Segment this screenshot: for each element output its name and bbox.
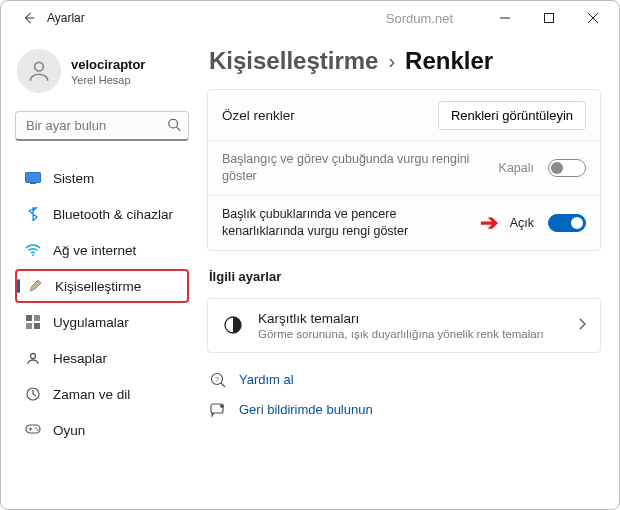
help-link-label: Yardım al [239, 372, 294, 387]
bluetooth-icon [25, 206, 41, 222]
svg-rect-4 [30, 183, 36, 184]
feedback-link-label: Geri bildirimde bulunun [239, 402, 373, 417]
sidebar-item-time-language[interactable]: Zaman ve dil [15, 377, 189, 411]
sidebar-item-personalization[interactable]: Kişiselleştirme [15, 269, 189, 303]
sidebar-item-label: Kişiselleştirme [55, 279, 141, 294]
svg-point-10 [31, 354, 36, 359]
contrast-subtitle: Görme sorununa, ışık duyarlılığına yönel… [258, 328, 564, 340]
minimize-button[interactable] [483, 3, 527, 33]
toggle-state-on: Açık [510, 216, 534, 230]
gaming-icon [25, 422, 41, 438]
custom-colors-label: Özel renkler [222, 108, 428, 123]
system-icon [25, 170, 41, 186]
breadcrumb: Kişiselleştirme › Renkler [209, 47, 601, 75]
chevron-right-icon [578, 318, 586, 333]
chevron-right-icon: › [388, 50, 395, 73]
sidebar-item-system[interactable]: Sistem [15, 161, 189, 195]
sidebar-item-accounts[interactable]: Hesaplar [15, 341, 189, 375]
contrast-icon [222, 314, 244, 336]
accent-titlebar-label: Başlık çubuklarında ve pencere kenarlıkl… [222, 206, 470, 240]
accent-taskbar-label: Başlangıç ve görev çubuğunda vurgu rengi… [222, 151, 489, 185]
sidebar-item-apps[interactable]: Uygulamalar [15, 305, 189, 339]
sidebar-item-bluetooth[interactable]: Bluetooth & cihazlar [15, 197, 189, 231]
feedback-link[interactable]: Geri bildirimde bulunun [209, 401, 599, 419]
contrast-title: Karşıtlık temaları [258, 311, 564, 326]
feedback-icon [209, 401, 227, 419]
user-name: velociraptor [71, 57, 145, 72]
svg-point-5 [32, 254, 34, 256]
sidebar-item-label: Oyun [53, 423, 85, 438]
toggle-state-off: Kapalı [499, 161, 534, 175]
apps-icon [25, 314, 41, 330]
accent-taskbar-toggle [548, 159, 586, 177]
sidebar-item-label: Uygulamalar [53, 315, 129, 330]
account-type: Yerel Hesap [71, 74, 145, 86]
maximize-button[interactable] [527, 3, 571, 33]
svg-point-19 [220, 404, 224, 408]
sidebar-item-label: Hesaplar [53, 351, 107, 366]
avatar-icon [17, 49, 61, 93]
close-button[interactable] [571, 3, 615, 33]
breadcrumb-root[interactable]: Kişiselleştirme [209, 47, 378, 75]
annotation-arrow-icon: ➔ [480, 212, 498, 234]
accounts-icon [25, 350, 41, 366]
sidebar-item-label: Sistem [53, 171, 94, 186]
wifi-icon [25, 242, 41, 258]
sidebar-item-label: Ağ ve internet [53, 243, 136, 258]
svg-rect-6 [26, 315, 32, 321]
accent-titlebar-toggle[interactable] [548, 214, 586, 232]
help-icon: ? [209, 371, 227, 389]
svg-rect-0 [545, 14, 554, 23]
svg-point-13 [35, 427, 37, 429]
svg-rect-9 [34, 323, 40, 329]
sidebar-item-gaming[interactable]: Oyun [15, 413, 189, 447]
sidebar-item-label: Zaman ve dil [53, 387, 130, 402]
svg-rect-7 [34, 315, 40, 321]
help-link[interactable]: ? Yardım al [209, 371, 599, 389]
svg-text:?: ? [215, 375, 219, 382]
view-colors-button[interactable]: Renkleri görüntüleyin [438, 101, 586, 130]
back-button[interactable] [15, 4, 43, 32]
related-settings-heading: İlgili ayarlar [209, 269, 599, 284]
svg-rect-12 [26, 425, 40, 433]
search-input[interactable] [15, 111, 189, 141]
brush-icon [27, 278, 43, 294]
sidebar-item-label: Bluetooth & cihazlar [53, 207, 173, 222]
user-profile[interactable]: velociraptor Yerel Hesap [17, 49, 189, 93]
svg-rect-3 [26, 173, 41, 183]
svg-rect-8 [26, 323, 32, 329]
app-title: Ayarlar [47, 11, 85, 25]
watermark-text: Sordum.net [386, 11, 453, 26]
svg-point-1 [35, 62, 44, 71]
sidebar-item-network[interactable]: Ağ ve internet [15, 233, 189, 267]
contrast-themes-link[interactable]: Karşıtlık temaları Görme sorununa, ışık … [207, 298, 601, 353]
svg-point-14 [37, 429, 39, 431]
breadcrumb-current: Renkler [405, 47, 493, 75]
clock-icon [25, 386, 41, 402]
